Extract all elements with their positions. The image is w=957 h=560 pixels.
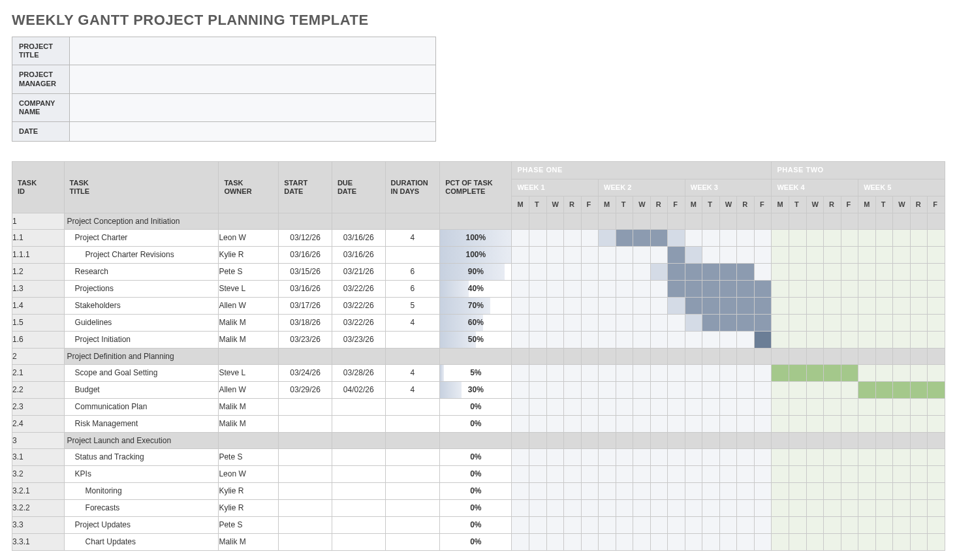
gantt-cell[interactable] bbox=[858, 482, 876, 499]
gantt-cell[interactable] bbox=[668, 432, 685, 448]
gantt-cell[interactable] bbox=[893, 516, 911, 533]
gantt-cell[interactable] bbox=[633, 516, 651, 533]
gantt-cell[interactable] bbox=[841, 229, 858, 246]
gantt-cell[interactable] bbox=[737, 364, 755, 381]
gantt-cell[interactable] bbox=[668, 229, 685, 246]
cell-due-date[interactable]: 03/16/26 bbox=[332, 246, 385, 263]
gantt-cell[interactable] bbox=[928, 482, 945, 499]
gantt-cell[interactable] bbox=[928, 398, 945, 415]
gantt-cell[interactable] bbox=[928, 465, 945, 482]
gantt-cell[interactable] bbox=[546, 314, 564, 331]
gantt-cell[interactable] bbox=[824, 398, 841, 415]
gantt-cell[interactable] bbox=[685, 348, 702, 364]
gantt-cell[interactable] bbox=[928, 448, 945, 465]
gantt-cell[interactable] bbox=[893, 229, 911, 246]
gantt-cell[interactable] bbox=[910, 213, 928, 229]
gantt-cell[interactable] bbox=[754, 348, 772, 364]
gantt-cell[interactable] bbox=[616, 213, 633, 229]
gantt-cell[interactable] bbox=[824, 364, 841, 381]
gantt-cell[interactable] bbox=[806, 465, 824, 482]
gantt-cell[interactable] bbox=[616, 482, 633, 499]
gantt-cell[interactable] bbox=[928, 246, 945, 263]
gantt-cell[interactable] bbox=[719, 297, 737, 314]
cell-task-id[interactable]: 3 bbox=[12, 432, 65, 448]
gantt-cell[interactable] bbox=[893, 381, 911, 398]
gantt-cell[interactable] bbox=[512, 364, 529, 381]
cell-task-id[interactable]: 3.2 bbox=[12, 465, 65, 482]
gantt-cell[interactable] bbox=[529, 499, 546, 516]
cell-pct[interactable]: 0% bbox=[440, 415, 512, 432]
gantt-cell[interactable] bbox=[806, 348, 824, 364]
gantt-cell[interactable] bbox=[599, 331, 616, 348]
gantt-cell[interactable] bbox=[668, 448, 685, 465]
gantt-cell[interactable] bbox=[581, 432, 599, 448]
gantt-cell[interactable] bbox=[841, 398, 858, 415]
gantt-cell[interactable] bbox=[910, 229, 928, 246]
gantt-cell[interactable] bbox=[512, 499, 529, 516]
gantt-cell[interactable] bbox=[824, 448, 841, 465]
gantt-cell[interactable] bbox=[737, 516, 755, 533]
gantt-cell[interactable] bbox=[529, 448, 546, 465]
gantt-cell[interactable] bbox=[599, 280, 616, 297]
gantt-cell[interactable] bbox=[702, 448, 720, 465]
gantt-cell[interactable] bbox=[668, 415, 685, 432]
gantt-cell[interactable] bbox=[737, 482, 755, 499]
cell-start-date[interactable] bbox=[279, 533, 332, 550]
cell-task-id[interactable]: 2 bbox=[12, 348, 65, 364]
cell-task-owner[interactable]: Allen W bbox=[219, 381, 279, 398]
gantt-cell[interactable] bbox=[824, 213, 841, 229]
cell-pct[interactable]: 30% bbox=[440, 381, 512, 398]
gantt-cell[interactable] bbox=[841, 415, 858, 432]
gantt-cell[interactable] bbox=[512, 432, 529, 448]
gantt-cell[interactable] bbox=[858, 229, 876, 246]
gantt-cell[interactable] bbox=[529, 213, 546, 229]
gantt-cell[interactable] bbox=[685, 246, 702, 263]
gantt-cell[interactable] bbox=[737, 465, 755, 482]
gantt-cell[interactable] bbox=[824, 331, 841, 348]
cell-due-date[interactable]: 04/02/26 bbox=[332, 381, 385, 398]
gantt-cell[interactable] bbox=[685, 331, 702, 348]
gantt-cell[interactable] bbox=[702, 432, 720, 448]
gantt-cell[interactable] bbox=[928, 314, 945, 331]
gantt-cell[interactable] bbox=[841, 297, 858, 314]
cell-due-date[interactable] bbox=[332, 465, 385, 482]
gantt-cell[interactable] bbox=[841, 381, 858, 398]
gantt-cell[interactable] bbox=[719, 516, 737, 533]
gantt-cell[interactable] bbox=[564, 297, 582, 314]
cell-task-id[interactable]: 2.3 bbox=[12, 398, 65, 415]
gantt-cell[interactable] bbox=[546, 364, 564, 381]
cell-due-date[interactable] bbox=[332, 415, 385, 432]
gantt-cell[interactable] bbox=[719, 398, 737, 415]
cell-pct[interactable]: 0% bbox=[440, 398, 512, 415]
cell-task-title[interactable]: Project Charter bbox=[64, 229, 219, 246]
gantt-cell[interactable] bbox=[789, 533, 807, 550]
gantt-cell[interactable] bbox=[668, 516, 685, 533]
gantt-cell[interactable] bbox=[546, 533, 564, 550]
gantt-cell[interactable] bbox=[789, 280, 807, 297]
gantt-cell[interactable] bbox=[633, 415, 651, 432]
gantt-cell[interactable] bbox=[772, 533, 789, 550]
gantt-cell[interactable] bbox=[772, 499, 789, 516]
gantt-cell[interactable] bbox=[824, 465, 841, 482]
cell-start-date[interactable]: 03/23/26 bbox=[279, 331, 332, 348]
gantt-cell[interactable] bbox=[564, 381, 582, 398]
gantt-cell[interactable] bbox=[719, 348, 737, 364]
gantt-cell[interactable] bbox=[668, 482, 685, 499]
gantt-cell[interactable] bbox=[928, 364, 945, 381]
gantt-cell[interactable] bbox=[650, 213, 668, 229]
gantt-cell[interactable] bbox=[581, 331, 599, 348]
cell-start-date[interactable]: 03/17/26 bbox=[279, 297, 332, 314]
gantt-cell[interactable] bbox=[668, 465, 685, 482]
gantt-cell[interactable] bbox=[824, 432, 841, 448]
gantt-cell[interactable] bbox=[910, 297, 928, 314]
cell-start-date[interactable] bbox=[279, 415, 332, 432]
gantt-cell[interactable] bbox=[581, 398, 599, 415]
gantt-cell[interactable] bbox=[772, 465, 789, 482]
cell-pct[interactable]: 90% bbox=[440, 263, 512, 280]
gantt-cell[interactable] bbox=[512, 297, 529, 314]
cell-task-owner[interactable] bbox=[219, 348, 279, 364]
gantt-cell[interactable] bbox=[754, 448, 772, 465]
gantt-cell[interactable] bbox=[893, 415, 911, 432]
cell-due-date[interactable] bbox=[332, 533, 385, 550]
gantt-cell[interactable] bbox=[789, 263, 807, 280]
